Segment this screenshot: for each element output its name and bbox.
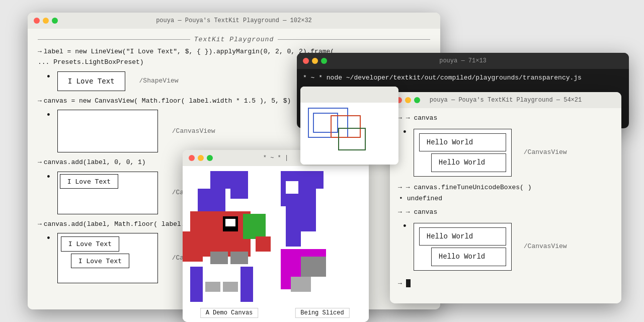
- textkit-traffic-lights[interactable]: [396, 97, 420, 103]
- rect-titlebar: [300, 87, 398, 103]
- tk-bullet-2: • Hello World Hello World /CanvasView: [398, 221, 613, 273]
- tk-canvas-label-1: /CanvasView: [524, 147, 567, 158]
- minimize-button[interactable]: [43, 18, 49, 24]
- tk-line-3: • undefined: [398, 194, 613, 204]
- code-text-1: label = new LineView("I Love Text", $, {…: [44, 47, 334, 57]
- tk-line-2: → → canvas.fineTuneUnicodeBoxes( ): [398, 183, 613, 193]
- hello-world-2b: Hello World: [439, 253, 485, 261]
- pixel-r-block-4: [286, 206, 301, 247]
- canvas-view-with-label: I Love Text: [57, 172, 158, 214]
- maximize-button[interactable]: [52, 18, 58, 24]
- tk-canvas-box-2: Hello World Hello World: [414, 223, 512, 271]
- cursor-block: [406, 279, 411, 287]
- code-text-1b: ... Presets.LightBoxPreset): [38, 57, 144, 67]
- textkit-header: TextKit Playground: [38, 35, 430, 45]
- header-line-left: [38, 39, 190, 40]
- hello-world-box-2a: Hello World: [419, 227, 506, 246]
- textkit-window-title: pouya — Pouya's TextKit Playground — 54×…: [430, 97, 582, 104]
- pixel-panel-right: Being Sliced: [276, 166, 369, 322]
- tk-canvas-text-2: → canvas: [406, 207, 437, 218]
- main-window-title: pouya — Pouya's TextKit Playground — 102…: [156, 17, 312, 24]
- pixel-traffic-lights[interactable]: [189, 155, 213, 161]
- tk-input-line[interactable]: →: [398, 279, 613, 289]
- pixel-block-10: [230, 252, 248, 264]
- prompt-3: →: [38, 157, 42, 168]
- tk-canvas-text-1: → canvas: [406, 113, 437, 124]
- close-button[interactable]: [34, 18, 40, 24]
- rect-outlines-window: [300, 87, 398, 165]
- main-titlebar: pouya — Pouya's TextKit Playground — 102…: [28, 13, 440, 29]
- prompt-2: →: [38, 96, 42, 106]
- header-line-right: [278, 39, 430, 40]
- tk-prompt-2: →: [398, 183, 402, 193]
- pixel-block-7: [225, 219, 235, 226]
- shape-view-label-1: /ShapeView: [139, 76, 179, 86]
- textkit-window: pouya — Pouya's TextKit Playground — 54×…: [390, 92, 621, 303]
- rect-green: [338, 128, 366, 150]
- pixel-r-block-8: [301, 257, 326, 277]
- love-text-label-4a: I Love Text: [68, 240, 112, 248]
- code-text-4: canvas.add(label, Math.floor( label.: [44, 219, 185, 229]
- tk-bullet-dot-1: •: [402, 128, 408, 137]
- pixel-block-5: [183, 231, 203, 262]
- terminal-maximize-button[interactable]: [321, 58, 327, 64]
- love-text-box-4a: I Love Text: [61, 236, 119, 252]
- bullet-dot-1: •: [46, 72, 51, 82]
- tk-line-1: → → canvas: [398, 113, 613, 124]
- canvas-view-empty: [57, 110, 158, 152]
- love-text-box-3: I Love Text: [60, 174, 118, 189]
- shape-box-1: I Love Text: [57, 71, 125, 91]
- bullet-dot-4: •: [46, 234, 51, 243]
- tk-line-4: → → canvas: [398, 207, 613, 218]
- hello-world-2a: Hello World: [427, 232, 473, 240]
- hello-world-1a: Hello World: [427, 138, 473, 146]
- pixel-minimize-button[interactable]: [198, 155, 204, 161]
- love-text-label-3: I Love Text: [67, 178, 111, 185]
- tk-prompt-1: →: [398, 113, 402, 124]
- prompt-1: →: [38, 47, 42, 57]
- textkit-minimize-button[interactable]: [405, 97, 411, 103]
- tk-canvas-box-1: Hello World Hello World: [414, 129, 512, 177]
- rect-outlines-content: [300, 103, 398, 165]
- hello-world-box-2b: Hello World: [431, 248, 506, 266]
- terminal-titlebar: pouya — 71×13: [297, 53, 629, 69]
- pixel-panel-left: A Demo Canvas: [183, 166, 276, 322]
- code-text-2: canvas = new CanvasView( Math.floor( lab…: [44, 96, 291, 106]
- pixel-block-8: [243, 214, 266, 239]
- textkit-content: → → canvas • Hello World Hello World /Ca…: [390, 108, 621, 303]
- love-text-label-1: I Love Text: [68, 77, 115, 85]
- pixel-r-block-9: [291, 277, 311, 292]
- pixel-block-3: [230, 171, 248, 199]
- pixel-r-block-3: [286, 181, 298, 194]
- pixel-block-2: [198, 189, 225, 211]
- pixel-cursor-text: * ~ * |: [263, 154, 288, 162]
- canvas-view-two-labels: I Love Text I Love Text: [57, 233, 158, 283]
- bullet-dot-2: •: [46, 111, 51, 120]
- tk-bullet-plain: •: [398, 194, 403, 204]
- pixel-block-15: [223, 282, 238, 292]
- code-text-3: canvas.add(label, 0, 0, 1): [44, 157, 146, 168]
- pixel-block-9: [210, 252, 228, 264]
- tk-undefined-text: undefined: [407, 194, 442, 204]
- tk-prompt-3: →: [398, 207, 402, 218]
- demo-canvas-label: A Demo Canvas: [200, 308, 259, 318]
- tk-input-prompt: →: [398, 279, 402, 289]
- hello-world-box-1a: Hello World: [419, 133, 506, 151]
- textkit-maximize-button[interactable]: [414, 97, 420, 103]
- terminal-close-button[interactable]: [303, 58, 309, 64]
- tk-bullet-1: • Hello World Hello World /CanvasView: [398, 127, 613, 179]
- terminal-minimize-button[interactable]: [312, 58, 318, 64]
- pixel-window: * ~ * | A Demo Can: [183, 150, 369, 322]
- pixel-block-14: [205, 282, 220, 292]
- tk-bullet-dot-2: •: [402, 222, 408, 231]
- pixel-close-button[interactable]: [189, 155, 195, 161]
- traffic-lights[interactable]: [34, 18, 58, 24]
- terminal-window-title: pouya — 71×13: [439, 57, 487, 64]
- pixel-maximize-button[interactable]: [207, 155, 213, 161]
- pixel-r-block-5: [301, 206, 316, 231]
- terminal-traffic-lights[interactable]: [303, 58, 327, 64]
- canvas-view-label-2: /CanvasView: [172, 126, 215, 136]
- tk-finetune-text: → canvas.fineTuneUnicodeBoxes( ): [406, 183, 532, 193]
- love-text-label-4b: I Love Text: [78, 257, 122, 265]
- textkit-label: TextKit Playground: [190, 35, 278, 45]
